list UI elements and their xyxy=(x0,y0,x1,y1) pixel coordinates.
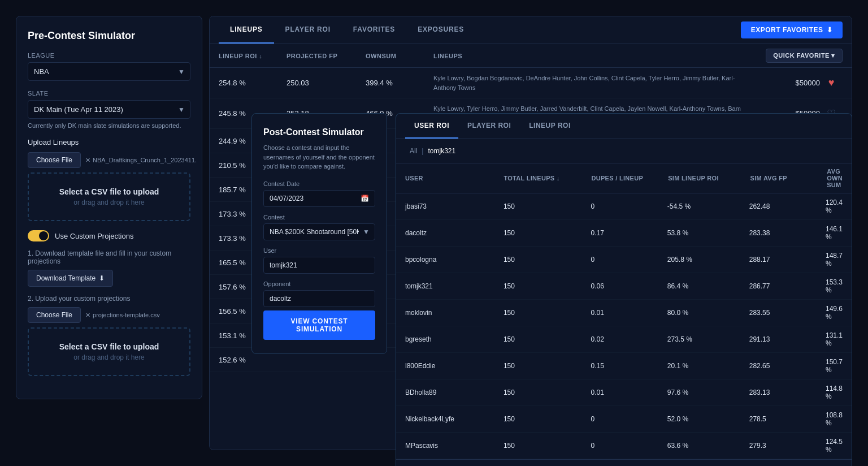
user-label: User xyxy=(263,247,375,254)
roi-cell-simfp: 291.13 xyxy=(749,335,826,343)
calendar-icon: 📅 xyxy=(361,195,369,202)
roi-th-dupes: Dupes / Lineup xyxy=(592,175,669,182)
custom-projections-toggle[interactable] xyxy=(28,230,49,241)
roi-table-row: dacoltz1500.1753.8 %283.38146.1 % xyxy=(396,220,852,247)
upload-lineups-label: Upload Lineups xyxy=(28,138,190,146)
roi-cell-own: 149.6 % xyxy=(826,305,843,321)
upload-drop-sub-text: or drag and drop it here xyxy=(38,199,180,206)
tab-lineups[interactable]: LINEUPS xyxy=(219,16,274,44)
roi-table-row: Nickelback4Lyfe150052.0 %278.5108.8 % xyxy=(396,406,852,433)
roi-cell-dupes: 0 xyxy=(591,442,667,450)
contest-select[interactable]: NBA $200K Shootaround [50K... xyxy=(263,223,375,240)
roi-cell-user: tomjk321 xyxy=(405,282,504,290)
upload-drop-zone-lineups[interactable]: Select a CSV file to upload or drag and … xyxy=(28,172,190,221)
choose-projections-button[interactable]: Choose File xyxy=(28,307,81,323)
filter-all[interactable]: All xyxy=(405,145,422,157)
roi-cell-simfp: 262.48 xyxy=(749,202,826,210)
roi-cell-dupes: 0 xyxy=(591,256,667,264)
roi-cell-simroi: 80.0 % xyxy=(667,309,749,317)
roi-cell-simroi: 86.4 % xyxy=(667,282,749,290)
roi-cell-simroi: 97.6 % xyxy=(667,389,749,396)
step1-text: 1. Download template file and fill in yo… xyxy=(28,249,190,265)
roi-table-row: moklovin1500.0180.0 %283.55149.6 % xyxy=(396,300,852,326)
main-tabs-bar: LINEUPS PLAYER ROI FAVORITES EXPOSURES E… xyxy=(210,16,852,44)
roi-cell-user: bpcologna xyxy=(405,256,504,264)
league-label: League xyxy=(28,52,190,59)
cell-favorite[interactable]: ♥ xyxy=(820,77,843,89)
tab-player-roi[interactable]: PLAYER ROI xyxy=(274,16,342,44)
contest-date-input[interactable]: 04/07/2023 📅 xyxy=(263,190,375,207)
roi-cell-lineups: 150 xyxy=(504,415,591,423)
roi-cell-own: 120.4 % xyxy=(826,199,843,214)
roi-cell-lineups: 150 xyxy=(504,202,591,210)
cell-salary: $50000 xyxy=(763,79,820,87)
slate-select[interactable]: DK Main (Tue Apr 11 2023) xyxy=(28,100,190,119)
roi-cell-lineups: 150 xyxy=(504,229,591,237)
roi-cell-lineups: 150 xyxy=(504,389,591,396)
roi-cell-simroi: 205.8 % xyxy=(667,256,749,264)
opponent-input[interactable] xyxy=(263,290,375,307)
roi-cell-lineups: 150 xyxy=(504,282,591,290)
roi-cell-own: 148.7 % xyxy=(826,252,843,267)
roi-cell-dupes: 0.02 xyxy=(591,335,667,343)
roi-cell-simfp: 283.13 xyxy=(749,389,826,396)
roi-cell-dupes: 0 xyxy=(591,415,667,423)
quick-favorite-button[interactable]: QUICK FAVORITE ▾ xyxy=(766,49,843,63)
tab-exposures[interactable]: EXPOSURES xyxy=(406,16,475,44)
roi-cell-own: 146.1 % xyxy=(826,225,843,241)
roi-cell-dupes: 0 xyxy=(591,202,667,210)
view-contest-simulation-button[interactable]: VIEW CONTEST SIMULATION xyxy=(263,310,375,340)
roi-cell-own: 153.3 % xyxy=(826,278,843,294)
choose-file-button[interactable]: Choose File xyxy=(28,152,81,168)
roi-cell-simfp: 279.3 xyxy=(749,442,826,450)
roi-panel: USER ROI PLAYER ROI LINEUP ROI All | tom… xyxy=(396,113,852,466)
roi-cell-simroi: 63.6 % xyxy=(667,442,749,450)
roi-cell-dupes: 0.01 xyxy=(591,309,667,317)
roi-cell-user: MPascavis xyxy=(405,442,504,450)
export-favorites-button[interactable]: EXPORT FAVORITES ⬇ xyxy=(741,21,843,38)
roi-cell-own: 124.5 % xyxy=(826,438,843,454)
roi-th-simfp: Sim Avg FP xyxy=(750,175,827,182)
left-panel-title: Pre-Contest Simulator xyxy=(28,30,190,42)
roi-cell-simroi: 20.1 % xyxy=(667,362,749,370)
roi-table-row: BDholla891500.0197.6 %283.13114.8 % xyxy=(396,379,852,406)
tab-lineup-roi[interactable]: LINEUP ROI xyxy=(520,114,579,139)
tab-user-roi[interactable]: USER ROI xyxy=(405,114,458,139)
close-icon[interactable]: ✕ xyxy=(85,157,90,164)
roi-cell-lineups: 150 xyxy=(504,335,591,343)
slate-label: Slate xyxy=(28,90,190,97)
roi-table-row: jbasi731500-54.5 %262.48120.4 % xyxy=(396,193,852,220)
upload-drop-zone-projections[interactable]: Select a CSV file to upload or drag and … xyxy=(28,327,190,376)
filter-row: All | tomjk321 xyxy=(396,139,852,163)
th-projected-fp: Projected FP xyxy=(287,53,366,59)
roi-cell-dupes: 0.15 xyxy=(591,362,667,370)
roi-table-row: tomjk3211500.0686.4 %286.77153.3 % xyxy=(396,273,852,300)
roi-cell-user: moklovin xyxy=(405,309,504,317)
roi-cell-dupes: 0.06 xyxy=(591,282,667,290)
download-template-button[interactable]: Download Template ⬇ xyxy=(28,270,113,287)
league-select-wrapper: NBA ▼ xyxy=(28,62,190,81)
th-quick-favorite: QUICK FAVORITE ▾ xyxy=(741,49,843,63)
roi-cell-simfp: 288.17 xyxy=(749,256,826,264)
filter-tomjk321[interactable]: tomjk321 xyxy=(423,145,460,157)
roi-th-user: User xyxy=(405,175,504,182)
heart-filled-icon[interactable]: ♥ xyxy=(828,77,835,89)
contest-select-wrapper: NBA $200K Shootaround [50K... ▼ xyxy=(263,223,375,240)
custom-projections-toggle-row: Use Custom Projections xyxy=(28,230,190,241)
roi-cell-lineups: 150 xyxy=(504,309,591,317)
cell-fp: 250.03 xyxy=(287,79,366,87)
roi-footer: Rows per page: 10 25 50 1-10 of 4091 ‹ › xyxy=(396,459,852,466)
cell-own: 399.4 % xyxy=(366,79,433,87)
roi-table-row: bgreseth1500.02273.5 %291.13131.1 % xyxy=(396,326,852,353)
roi-cell-simfp: 282.65 xyxy=(749,362,826,370)
roi-cell-simfp: 278.5 xyxy=(749,415,826,423)
league-select[interactable]: NBA xyxy=(28,62,190,81)
contest-label: Contest xyxy=(263,214,375,221)
tab-favorites[interactable]: FAVORITES xyxy=(342,16,406,44)
post-contest-desc: Choose a contest and input the usernames… xyxy=(263,143,375,171)
tab-player-roi-right[interactable]: PLAYER ROI xyxy=(458,114,520,139)
roi-cell-dupes: 0.01 xyxy=(591,389,667,396)
user-input[interactable] xyxy=(263,257,375,274)
close-proj-icon[interactable]: ✕ xyxy=(85,312,90,319)
roi-th-lineups: Total Lineups ↓ xyxy=(504,175,591,182)
